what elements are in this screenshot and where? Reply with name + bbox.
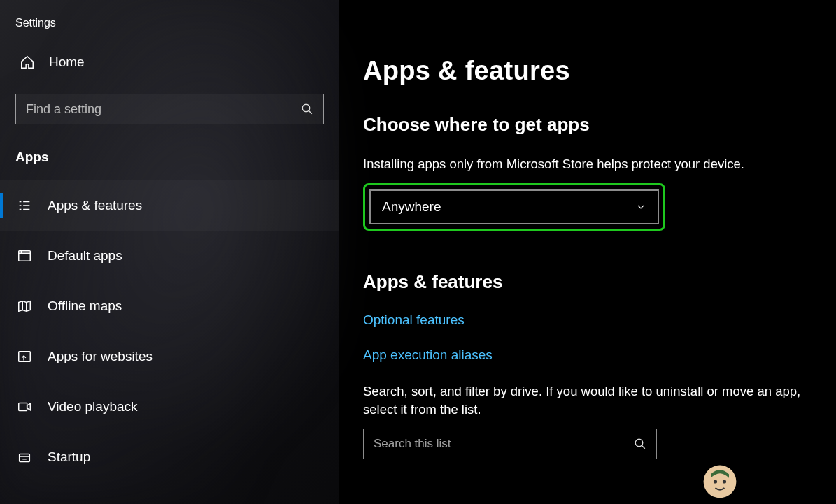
startup-icon [17,449,32,465]
sidebar-item-offline-maps[interactable]: Offline maps [0,281,339,331]
sidebar-item-startup[interactable]: Startup [0,432,339,482]
svg-point-0 [302,104,310,112]
defaults-icon [17,248,32,264]
svg-rect-1 [19,251,31,261]
video-icon [17,399,32,415]
svg-rect-3 [19,403,27,411]
sidebar-item-default-apps[interactable]: Default apps [0,231,339,281]
sidebar-item-video-playback[interactable]: Video playback [0,382,339,432]
sidebar: Settings Home Apps Apps & features Defau… [0,0,339,504]
svg-rect-4 [20,454,30,461]
main-content: Apps & features Choose where to get apps… [339,0,836,504]
sidebar-search[interactable] [15,94,324,124]
search-icon [301,103,313,115]
chevron-down-icon [635,201,646,213]
website-app-icon [17,349,32,364]
section-choose-apps-title: Choose where to get apps [363,114,822,136]
list-icon [17,198,32,213]
search-icon [634,438,646,450]
app-source-value: Anywhere [382,199,441,215]
sidebar-item-label: Apps & features [48,198,142,213]
window-title: Settings [0,11,339,48]
sidebar-item-label: Startup [48,449,90,465]
sidebar-item-label: Offline maps [48,298,122,314]
avatar [702,463,738,500]
app-execution-aliases-link[interactable]: App execution aliases [363,347,493,363]
page-title: Apps & features [363,56,822,86]
svg-point-7 [714,480,717,483]
svg-point-8 [723,480,726,483]
app-source-select[interactable]: Anywhere [369,189,659,224]
sidebar-item-apps-for-websites[interactable]: Apps for websites [0,331,339,382]
choose-apps-description: Installing apps only from Microsoft Stor… [363,155,822,173]
home-label: Home [49,55,85,70]
sidebar-search-input[interactable] [26,102,301,117]
highlight-annotation: Anywhere [363,183,665,231]
home-icon [20,55,35,70]
app-list-search[interactable] [363,429,657,459]
sidebar-item-apps-features[interactable]: Apps & features [0,180,339,231]
sidebar-item-label: Video playback [48,399,138,415]
sidebar-item-label: Apps for websites [48,349,153,364]
svg-point-5 [635,439,643,447]
optional-features-link[interactable]: Optional features [363,312,465,328]
sidebar-item-label: Default apps [48,248,122,264]
section-apps-features-title: Apps & features [363,271,822,293]
filter-description: Search, sort, and filter by drive. If yo… [363,382,822,419]
sidebar-category-label: Apps [0,140,339,180]
app-list-search-input[interactable] [374,437,634,451]
sidebar-home[interactable]: Home [0,48,339,85]
map-icon [17,298,32,314]
